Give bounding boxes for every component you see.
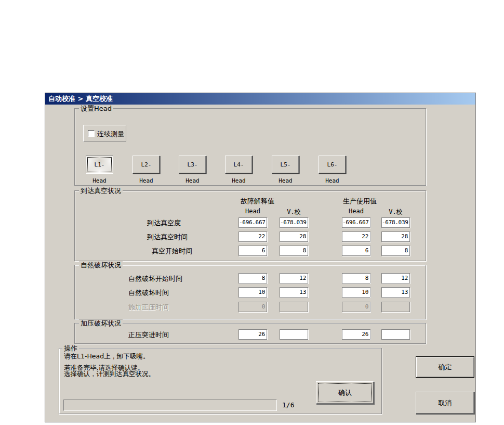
value-field[interactable]: 12 bbox=[381, 273, 410, 284]
value-field[interactable]: 8 bbox=[342, 273, 370, 284]
row-label: 真空开始时间 bbox=[152, 247, 192, 255]
value-field[interactable]: 22 bbox=[342, 231, 370, 242]
value-field[interactable]: 22 bbox=[238, 231, 267, 242]
head-button-l1[interactable]: L1-Head bbox=[86, 156, 113, 174]
head-button-l3[interactable]: L3-Head bbox=[179, 156, 206, 174]
value-field[interactable]: -678.039 bbox=[381, 217, 410, 228]
group-vacuum-status-label: 到达真空状况 bbox=[79, 187, 123, 195]
subheader-vcal-1: V.校 bbox=[280, 208, 308, 216]
row-label: 到达真空时间 bbox=[147, 233, 188, 241]
head-button-l4[interactable]: L4-Head bbox=[225, 156, 253, 174]
value-field[interactable]: 10 bbox=[238, 287, 267, 298]
row-label: 自然破坏开始时间 bbox=[128, 275, 182, 282]
row-label: 到达真空度 bbox=[147, 219, 181, 227]
group-head-setup-label: 设置Head bbox=[79, 105, 113, 112]
value-field[interactable]: 10 bbox=[342, 287, 370, 298]
value-field[interactable]: 6 bbox=[342, 246, 370, 256]
value-field[interactable]: 26 bbox=[342, 329, 370, 340]
head-button-l2[interactable]: L2-Head bbox=[132, 156, 160, 174]
progress-bar bbox=[63, 400, 277, 411]
value-field[interactable] bbox=[280, 329, 308, 340]
group-natural-break-label: 自然破坏状况 bbox=[79, 261, 123, 269]
progress-step-text: 1/6 bbox=[282, 401, 294, 409]
column-header-production: 生产使用值 bbox=[343, 197, 377, 206]
cancel-button[interactable]: 取消 bbox=[416, 392, 474, 414]
value-field[interactable]: 6 bbox=[238, 246, 267, 256]
confirm-button[interactable]: 确认 bbox=[316, 381, 374, 404]
value-field bbox=[381, 302, 410, 312]
value-field[interactable]: -678.039 bbox=[280, 217, 308, 228]
value-field[interactable]: 8 bbox=[238, 273, 267, 284]
column-header-fault: 故障解释值 bbox=[241, 197, 274, 206]
head-button-l6[interactable]: L6-Head bbox=[319, 156, 346, 174]
ok-button[interactable]: 确定 bbox=[416, 356, 474, 378]
value-field[interactable]: -696.667 bbox=[342, 217, 370, 228]
group-operation-label: 操作 bbox=[62, 344, 79, 352]
group-head-setup: 设置Head bbox=[74, 108, 426, 186]
group-pressure-break-label: 加压破坏状况 bbox=[79, 319, 123, 327]
value-field[interactable]: 8 bbox=[280, 246, 308, 256]
dialog-titlebar: 自动校准 > 真空校准 bbox=[45, 93, 475, 105]
value-field[interactable]: 12 bbox=[280, 273, 308, 284]
value-field[interactable]: 28 bbox=[381, 231, 410, 242]
continuous-measure-panel: 连续测量 bbox=[83, 125, 126, 142]
value-field[interactable] bbox=[381, 329, 410, 340]
value-field[interactable]: 8 bbox=[381, 246, 410, 256]
row-label: 施加正压时间 bbox=[128, 303, 169, 311]
value-field: 0 bbox=[238, 302, 267, 312]
row-label: 自然破坏时间 bbox=[128, 289, 169, 297]
subheader-vcal-2: V.校 bbox=[381, 208, 410, 216]
continuous-measure-checkbox[interactable] bbox=[88, 130, 95, 137]
subheader-head-1: Head bbox=[238, 208, 267, 215]
value-field[interactable]: 13 bbox=[381, 287, 410, 298]
operation-instruction-3: 选择确认，计测到达真空状况。 bbox=[64, 371, 155, 377]
value-field bbox=[280, 302, 308, 312]
row-label: 正压突进时间 bbox=[128, 331, 169, 339]
continuous-measure-label[interactable]: 连续测量 bbox=[97, 130, 124, 139]
value-field[interactable]: 28 bbox=[280, 231, 308, 242]
value-field[interactable]: 26 bbox=[238, 329, 267, 340]
value-field[interactable]: 13 bbox=[280, 287, 308, 298]
dialog-title: 自动校准 > 真空校准 bbox=[48, 95, 113, 102]
head-button-l5[interactable]: L5-Head bbox=[272, 156, 299, 174]
subheader-head-2: Head bbox=[342, 208, 370, 215]
value-field: 0 bbox=[342, 302, 370, 312]
vacuum-calibration-dialog: 自动校准 > 真空校准 设置Head 连续测量 L1-Head L2-Head … bbox=[45, 93, 476, 422]
value-field[interactable]: -696.667 bbox=[238, 217, 267, 228]
operation-instruction-1: 请在L1-Head上，卸下吸嘴。 bbox=[64, 353, 150, 359]
screen: 自动校准 > 真空校准 设置Head 连续测量 L1-Head L2-Head … bbox=[0, 0, 504, 425]
